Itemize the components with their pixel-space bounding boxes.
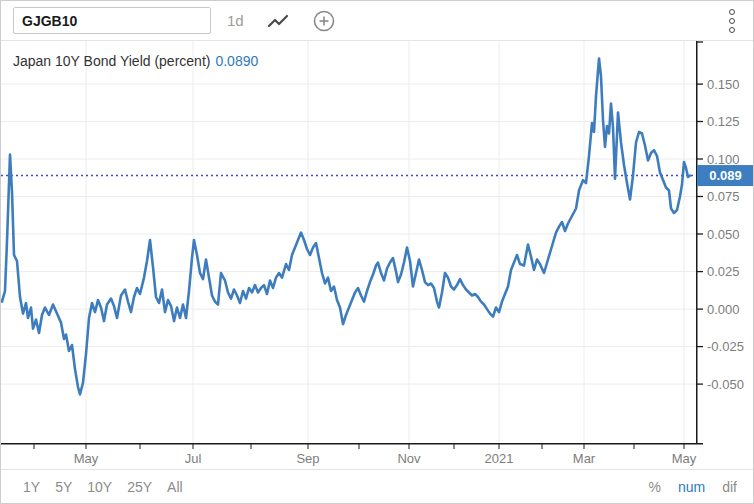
x-axis-label: Jul xyxy=(185,451,202,466)
range-button-all[interactable]: All xyxy=(167,479,183,495)
price-line xyxy=(2,59,690,395)
x-axis-label: 2021 xyxy=(485,451,514,466)
x-axis-label: Nov xyxy=(397,451,421,466)
range-button-10y[interactable]: 10Y xyxy=(87,479,112,495)
period-label[interactable]: 1d xyxy=(227,12,244,29)
header-bar: 1d xyxy=(1,1,753,41)
chart-app: 1d Japan 10Y Bond Yield (percent)0.0890 … xyxy=(0,0,754,504)
x-axis-label: Sep xyxy=(296,451,319,466)
mode-button-percent[interactable]: % xyxy=(649,479,661,495)
chart-canvas[interactable]: 0.1500.1250.1000.0750.0500.0250.000-0.02… xyxy=(1,41,754,471)
y-axis-label: 0.025 xyxy=(707,264,740,279)
chart-title-block: Japan 10Y Bond Yield (percent)0.0890 xyxy=(13,53,258,69)
y-axis-label: -0.050 xyxy=(707,377,744,392)
y-axis-label: 0.000 xyxy=(707,302,740,317)
bottom-toolbar: 1Y 5Y 10Y 25Y All % num dif xyxy=(1,469,753,503)
mode-button-dif[interactable]: dif xyxy=(722,479,737,495)
y-axis-label: 0.075 xyxy=(707,189,740,204)
y-axis-label: 0.150 xyxy=(707,77,740,92)
chart-title: Japan 10Y Bond Yield (percent) xyxy=(13,53,210,69)
y-axis-label: 0.050 xyxy=(707,227,740,242)
range-button-5y[interactable]: 5Y xyxy=(55,479,72,495)
x-axis-label: Mar xyxy=(573,451,596,466)
current-value-badge-label: 0.089 xyxy=(709,168,742,183)
x-axis-label: May xyxy=(74,451,99,466)
mode-selector: % num dif xyxy=(649,479,737,495)
line-chart-icon[interactable] xyxy=(266,12,290,30)
mode-button-num[interactable]: num xyxy=(678,479,705,495)
plus-circle-icon[interactable] xyxy=(312,9,336,33)
range-button-1y[interactable]: 1Y xyxy=(23,479,40,495)
kebab-menu-icon[interactable] xyxy=(723,5,741,37)
range-button-25y[interactable]: 25Y xyxy=(127,479,152,495)
chart-area[interactable]: Japan 10Y Bond Yield (percent)0.0890 0.1… xyxy=(1,41,754,471)
y-axis-label: 0.100 xyxy=(707,152,740,167)
y-axis-label: -0.025 xyxy=(707,339,744,354)
chart-current-value: 0.0890 xyxy=(215,53,258,69)
range-selector: 1Y 5Y 10Y 25Y All xyxy=(23,479,183,495)
ticker-input[interactable] xyxy=(13,7,211,34)
y-axis-label: 0.125 xyxy=(707,114,740,129)
x-axis-label: May xyxy=(672,451,697,466)
